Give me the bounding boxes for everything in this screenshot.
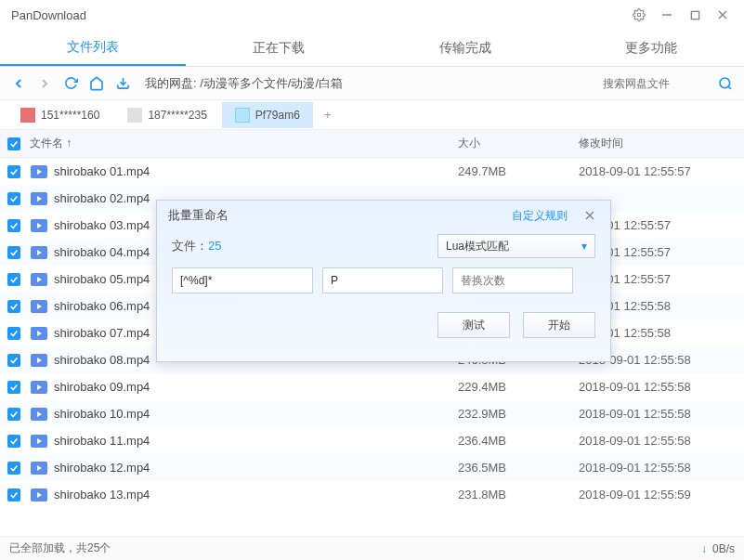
chevron-down-icon: ▾ [581,240,587,253]
modal-titlebar: 批量重命名 自定义规则 [157,201,610,230]
rename-modal: 批量重命名 自定义规则 文件：25 Lua模式匹配▾ 测试 开始 [156,200,611,362]
test-button[interactable]: 测试 [437,312,510,338]
modal-title: 批量重命名 [168,207,228,224]
custom-rule-link[interactable]: 自定义规则 [512,208,568,224]
modal-backdrop: 批量重命名 自定义规则 文件：25 Lua模式匹配▾ 测试 开始 [0,0,744,560]
close-icon[interactable] [581,206,599,225]
count-input[interactable] [452,267,573,293]
mode-select[interactable]: Lua模式匹配▾ [437,234,595,258]
pattern-input[interactable] [172,267,313,293]
start-button[interactable]: 开始 [523,312,595,338]
file-count-label: 文件：25 [172,238,221,254]
replace-input[interactable] [322,267,443,293]
